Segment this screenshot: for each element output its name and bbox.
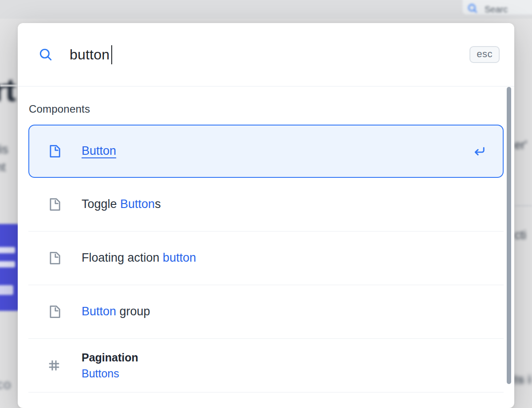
search-results-panel: Components ButtonToggle ButtonsFloating …	[18, 103, 514, 392]
result-text: Toggle Buttons	[82, 196, 161, 212]
page-header-band	[0, 0, 532, 19]
match-highlight: button	[163, 251, 196, 264]
page-icon	[46, 304, 62, 320]
esc-key-badge[interactable]: esc	[469, 46, 500, 63]
result-text: Button group	[82, 304, 150, 319]
match-highlight: Buttons	[82, 367, 119, 380]
match-highlight: Button	[120, 197, 155, 211]
search-icon	[38, 47, 53, 62]
result-text: PaginationButtons	[82, 349, 138, 382]
result-context: Pagination	[82, 349, 138, 365]
result-row-toggle-buttons[interactable]: Toggle Buttons	[28, 178, 504, 231]
title-text: s	[155, 197, 161, 211]
page-icon	[46, 143, 62, 159]
match-highlight: Button	[82, 144, 116, 157]
banner-text-line	[0, 261, 15, 267]
result-title: Buttons	[82, 365, 138, 381]
background-text-fragment: ts i	[513, 373, 531, 387]
background-text-fragment: co	[0, 377, 12, 392]
banner-chip	[0, 285, 13, 295]
background-text-fragment: dis	[0, 143, 8, 157]
result-row-floating-action-button[interactable]: Floating action button	[28, 231, 504, 285]
background-divider-fragment	[0, 85, 18, 86]
title-text: Floating action	[82, 251, 163, 264]
title-text: Toggle	[82, 197, 120, 211]
search-modal: button esc Components ButtonToggle Butto…	[18, 23, 514, 408]
result-title: Button	[82, 143, 116, 159]
result-title: Toggle Buttons	[82, 196, 161, 212]
background-promo-banner	[0, 224, 20, 311]
results-scrollbar[interactable]	[507, 87, 511, 384]
background-heading-fragment: rt	[0, 72, 15, 108]
background-text-fragment: er'	[514, 138, 527, 152]
background-divider-fragment	[515, 205, 532, 206]
search-header: button esc	[18, 23, 514, 86]
search-input[interactable]: button	[70, 45, 112, 64]
search-input-value: button	[70, 47, 110, 63]
enter-icon	[471, 143, 488, 159]
title-text: group	[116, 305, 150, 318]
match-highlight: Button	[82, 305, 116, 318]
results-list: ButtonToggle ButtonsFloating action butt…	[28, 125, 504, 392]
result-row-buttons[interactable]: PaginationButtons	[28, 339, 504, 392]
background-text-fragment: cti	[514, 228, 526, 242]
hash-icon	[46, 357, 62, 373]
results-section-title: Components	[29, 103, 503, 115]
result-row-button[interactable]: Button	[28, 125, 504, 178]
page-icon	[46, 196, 62, 212]
result-text: Floating action button	[82, 250, 196, 266]
text-cursor	[111, 45, 112, 64]
result-row-button-group[interactable]: Button group	[28, 285, 504, 339]
result-title: Button group	[82, 304, 150, 319]
result-title: Floating action button	[82, 250, 196, 266]
background-text-fragment: int	[0, 161, 6, 174]
banner-text-line	[0, 247, 15, 253]
result-text: Button	[82, 143, 116, 159]
page-icon	[46, 250, 62, 266]
